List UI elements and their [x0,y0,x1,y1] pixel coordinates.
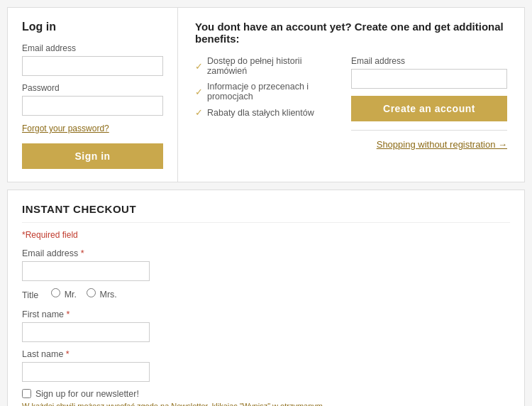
last-name-input[interactable] [22,362,150,382]
benefit-text-3: Rabaty dla stałych klientów [207,108,314,118]
register-panel: You dont have an account yet? Create one… [178,8,524,182]
last-name-label: Last name * [22,349,362,359]
benefits-list: ✓ Dostęp do pełnej historii zamówień ✓ I… [195,56,337,150]
instant-checkout-title: INSTANT CHECKOUT [22,203,510,223]
first-name-label: First name * [22,309,362,319]
register-email-label: Email address [351,56,507,66]
last-name-required-asterisk: * [66,349,70,359]
newsletter-group: Sign up for our newsletter! [22,389,362,399]
register-form: Email address Create an account Shopping… [351,56,507,150]
checkmark-icon-2: ✓ [195,87,203,97]
benefit-item-1: ✓ Dostęp do pełnej historii zamówień [195,56,337,76]
mr-label: Mr. [65,290,77,300]
checkout-email-group: Email address * [22,248,362,281]
checkout-form: *Required field Email address * Title Mr… [22,230,362,406]
forgot-password-link[interactable]: Forgot your password? [22,124,109,133]
mr-radio-label[interactable]: Mr. [51,288,77,300]
first-name-group: First name * [22,309,362,342]
password-label: Password [22,83,163,93]
benefit-text-1: Dostęp do pełnej historii zamówień [207,56,337,76]
register-headline: You dont have an account yet? Create one… [195,21,507,45]
benefit-item-3: ✓ Rabaty dla stałych klientów [195,107,337,118]
checkout-email-input[interactable] [22,261,150,281]
checkmark-icon-1: ✓ [195,61,203,72]
instant-checkout-section: INSTANT CHECKOUT *Required field Email a… [7,190,525,406]
newsletter-checkbox[interactable] [22,389,31,398]
mrs-label: Mrs. [99,290,116,300]
email-label: Email address [22,43,163,53]
mr-radio[interactable] [51,288,60,297]
checkout-email-label: Email address * [22,248,362,258]
mrs-radio[interactable] [87,288,96,297]
last-name-group: Last name * [22,349,362,382]
newsletter-note: W każdej chwili możesz wycofać zgodę na … [22,402,362,406]
login-panel: Log in Email address Password Forgot you… [8,8,178,182]
first-name-input[interactable] [22,322,150,342]
benefit-text-2: Informacje o przecenach i promocjach [207,82,337,102]
email-required-asterisk: * [81,248,84,258]
required-note: *Required field [22,230,362,240]
checkmark-icon-3: ✓ [195,107,203,118]
password-group: Password [22,83,163,116]
mrs-radio-label[interactable]: Mrs. [87,288,117,300]
title-field-label: Title [22,290,38,300]
benefit-item-2: ✓ Informacje o przecenach i promocjach [195,82,337,102]
login-title: Log in [22,21,163,33]
title-group: Title Mr. Mrs. [22,288,362,302]
login-password-input[interactable] [22,96,163,116]
shopping-without-registration-link[interactable]: Shopping without registration → [351,139,507,150]
email-group: Email address [22,43,163,76]
divider [351,130,507,131]
first-name-required-asterisk: * [67,309,70,319]
register-content: ✓ Dostęp do pełnej historii zamówień ✓ I… [195,56,507,150]
register-email-input[interactable] [351,69,507,89]
login-email-input[interactable] [22,56,163,76]
sign-in-button[interactable]: Sign in [22,143,163,169]
create-account-button[interactable]: Create an account [351,96,507,121]
newsletter-label: Sign up for our newsletter! [35,389,139,399]
